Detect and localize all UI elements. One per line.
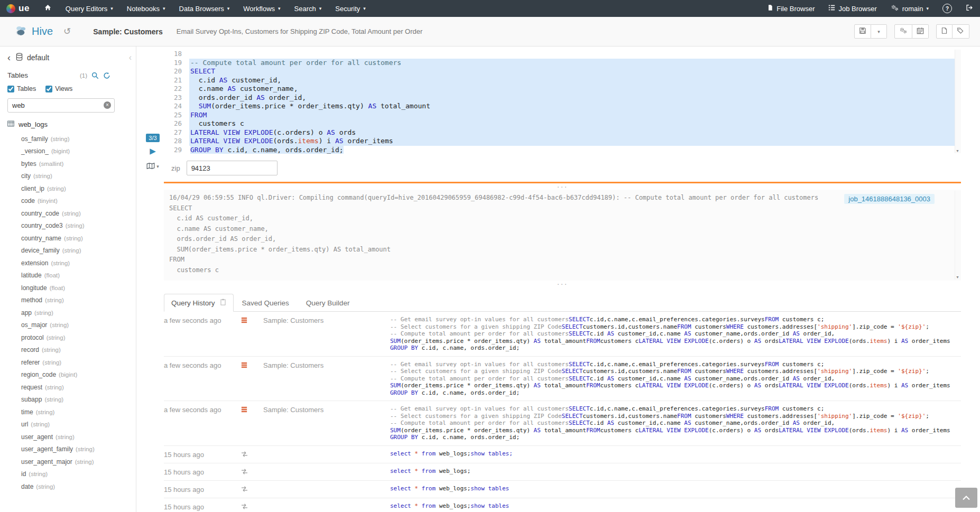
new-query-button[interactable] — [936, 24, 953, 39]
column-item[interactable]: subapp(string) — [7, 394, 130, 406]
code-editor[interactable]: 1819-- Compute total amount per order fo… — [164, 48, 961, 154]
column-item[interactable]: device_family(string) — [7, 245, 130, 257]
table-item[interactable]: web_logs — [7, 120, 130, 128]
history-row[interactable]: a few seconds agoSample: Customers-- Get… — [164, 312, 961, 357]
editor-scrollbar[interactable]: ▼ — [955, 50, 961, 153]
logout-button[interactable] — [959, 0, 980, 17]
history-row[interactable]: a few seconds agoSample: Customers-- Get… — [164, 401, 961, 446]
save-button[interactable] — [854, 24, 871, 39]
sql-token: -- Get email survey opt-in values for al… — [390, 361, 569, 368]
column-item[interactable]: user_agent(string) — [7, 431, 130, 443]
history-row[interactable]: 15 hours agoselect * from web_logs;show … — [164, 481, 961, 498]
tab-query-builder[interactable]: Query Builder — [298, 295, 358, 311]
column-item[interactable]: extension(string) — [7, 257, 130, 269]
hive-brand[interactable]: Hive — [14, 25, 53, 39]
views-checkbox[interactable] — [45, 86, 52, 92]
column-item[interactable]: referer(string) — [7, 356, 130, 369]
nav-menu-search[interactable]: Search▾ — [288, 0, 329, 17]
sql-token: AS — [327, 128, 335, 136]
filter-tables[interactable]: Tables — [7, 85, 36, 92]
tab-query-history[interactable]: Query History — [164, 294, 234, 312]
column-item[interactable]: os_family(string) — [7, 133, 130, 145]
sql-token: AS — [684, 375, 691, 382]
sql-token: c.id, c.name, ords.order_id; — [224, 146, 344, 154]
line-number: 19 — [164, 59, 189, 68]
column-item[interactable]: protocol(string) — [7, 331, 130, 344]
column-item[interactable]: country_name(string) — [7, 232, 130, 245]
save-dropdown-button[interactable]: ▾ — [871, 24, 887, 39]
tables-checkbox[interactable] — [7, 86, 14, 92]
sql-token: order_items — [908, 427, 950, 434]
column-item[interactable]: id(string) — [7, 468, 130, 481]
column-item[interactable]: code(tinyint) — [7, 195, 130, 208]
column-item[interactable]: method(string) — [7, 294, 130, 307]
history-row[interactable]: 15 hours agoselect * from web_logs; — [164, 463, 961, 481]
sql-token: '${zip}' — [898, 413, 926, 420]
job-link[interactable]: job_1461888648136_0003 — [844, 194, 935, 204]
log-scrollbar[interactable]: ▼ — [955, 191, 961, 280]
column-item[interactable]: user_agent_family(string) — [7, 443, 130, 456]
column-item[interactable]: url(string) — [7, 418, 130, 431]
refresh-icon[interactable] — [103, 72, 110, 79]
column-item[interactable]: os_major(string) — [7, 319, 130, 332]
column-item[interactable]: client_ip(string) — [7, 182, 130, 195]
database-name[interactable]: default — [27, 53, 49, 62]
log-resize-handle[interactable]: ··· — [164, 183, 961, 190]
schedule-button[interactable] — [912, 24, 929, 39]
nav-menu-security[interactable]: Security▾ — [328, 0, 373, 17]
column-item[interactable]: latitude(float) — [7, 269, 130, 282]
table-search-input[interactable] — [7, 98, 115, 113]
recent-queries-icon[interactable]: ↺ — [63, 26, 71, 37]
column-item[interactable]: country_code3(string) — [7, 220, 130, 232]
tags-button[interactable] — [953, 24, 969, 39]
column-item[interactable]: city(string) — [7, 170, 130, 183]
column-type: (string) — [62, 247, 81, 254]
file-browser-link[interactable]: File Browser — [760, 0, 821, 17]
column-item[interactable]: region_code(bigint) — [7, 369, 130, 381]
help-button[interactable]: ? — [936, 0, 959, 17]
filter-views[interactable]: Views — [45, 85, 72, 92]
search-icon[interactable] — [91, 72, 99, 79]
column-item[interactable]: time(string) — [7, 406, 130, 418]
sql-token: customer_id, — [227, 76, 281, 84]
tags-icon — [957, 27, 965, 36]
nav-menu-notebooks[interactable]: Notebooks▾ — [120, 0, 172, 17]
sql-token: WHERE — [726, 368, 744, 375]
home-button[interactable] — [37, 0, 59, 17]
query-title[interactable]: Sample: Customers — [93, 27, 162, 36]
column-item[interactable]: country_code(string) — [7, 207, 130, 220]
history-row[interactable]: 15 hours agoselect * from web_logs;show … — [164, 446, 961, 463]
column-item[interactable]: longitude(float) — [7, 282, 130, 294]
column-item[interactable]: user_agent_major(string) — [7, 455, 130, 468]
tab-saved-queries[interactable]: Saved Queries — [234, 295, 298, 311]
column-item[interactable]: request(string) — [7, 381, 130, 394]
clear-search-icon[interactable]: × — [104, 101, 111, 109]
sql-token: * — [414, 502, 418, 509]
column-item[interactable]: record(string) — [7, 344, 130, 357]
nav-menu-data-browsers[interactable]: Data Browsers▾ — [172, 0, 237, 17]
back-icon[interactable]: ‹ — [7, 53, 11, 62]
job-browser-link[interactable]: Job Browser — [821, 0, 883, 17]
history-row[interactable]: a few seconds agoSample: Customers-- Get… — [164, 357, 961, 402]
variable-input[interactable] — [187, 161, 278, 175]
column-item[interactable]: app(string) — [7, 306, 130, 319]
user-menu[interactable]: romain ▾ — [884, 0, 936, 17]
hue-logo[interactable]: ue — [0, 0, 37, 17]
sql-token: ) i — [319, 137, 335, 145]
collapse-sidebar-icon[interactable]: ‹ — [129, 53, 132, 62]
column-item[interactable]: bytes(smallint) — [7, 157, 130, 170]
history-row[interactable]: 15 hours agoselect * from web_logs;show … — [164, 498, 961, 512]
chevron-down-icon: ▾ — [926, 6, 929, 11]
results-resize-handle[interactable]: ··· — [164, 281, 961, 287]
nav-menu-workflows[interactable]: Workflows▾ — [236, 0, 287, 17]
column-item[interactable]: date(string) — [7, 480, 130, 493]
sql-token: c.id — [590, 420, 607, 426]
sql-token: items — [870, 382, 887, 389]
execute-button[interactable]: ▶ — [150, 147, 156, 155]
settings-button[interactable] — [894, 24, 912, 39]
sql-token: c.id — [590, 375, 607, 382]
scroll-to-top-button[interactable] — [955, 488, 977, 508]
variables-toggle[interactable]: ▾ — [146, 162, 159, 171]
column-item[interactable]: _version_(bigint) — [7, 145, 130, 158]
nav-menu-query-editors[interactable]: Query Editors▾ — [59, 0, 120, 17]
